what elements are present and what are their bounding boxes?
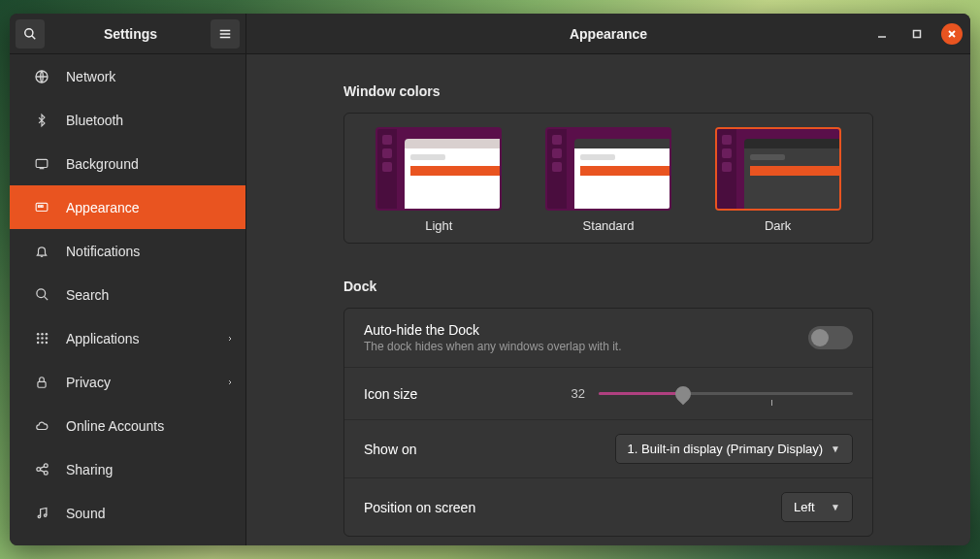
dock-title: Dock <box>343 279 873 294</box>
window-colors-box: Light Standard Dark <box>343 113 873 244</box>
sidebar-item-label: Network <box>66 69 115 84</box>
svg-rect-10 <box>36 159 48 167</box>
close-button[interactable] <box>941 23 963 45</box>
settings-title: Settings <box>50 26 211 42</box>
svg-line-15 <box>44 296 48 300</box>
theme-option-light[interactable]: Light <box>376 127 502 233</box>
sidebar: NetworkBluetoothBackgroundAppearanceNoti… <box>10 54 246 545</box>
background-icon <box>33 155 50 173</box>
sidebar-item-label: Sharing <box>66 462 113 477</box>
sidebar-item-background[interactable]: Background <box>10 142 245 185</box>
position-select[interactable]: Left ▼ <box>781 492 853 522</box>
svg-point-24 <box>45 342 48 345</box>
appearance-icon <box>33 199 50 216</box>
iconsize-slider[interactable] <box>599 384 853 404</box>
applications-icon <box>33 330 50 347</box>
svg-point-17 <box>41 333 44 336</box>
chevron-right-icon <box>226 333 234 345</box>
autohide-switch[interactable] <box>808 326 853 349</box>
theme-thumb-light <box>376 127 502 211</box>
svg-point-31 <box>38 515 41 518</box>
svg-point-20 <box>41 337 44 340</box>
svg-point-14 <box>36 289 45 298</box>
position-label: Position on screen <box>364 500 781 515</box>
sidebar-item-online-accounts[interactable]: Online Accounts <box>10 404 245 447</box>
sidebar-item-applications[interactable]: Applications <box>10 316 245 360</box>
theme-label-dark: Dark <box>765 218 791 233</box>
maximize-button[interactable] <box>906 23 928 45</box>
sidebar-item-notifications[interactable]: Notifications <box>10 229 245 273</box>
maximize-icon <box>912 29 922 39</box>
iconsize-label: Icon size <box>364 386 562 402</box>
svg-line-30 <box>40 470 44 472</box>
theme-label-light: Light <box>425 218 452 233</box>
sidebar-item-sharing[interactable]: Sharing <box>10 447 245 491</box>
svg-rect-12 <box>39 205 41 207</box>
svg-point-28 <box>44 471 48 475</box>
svg-point-16 <box>36 333 39 336</box>
sidebar-item-label: Bluetooth <box>66 113 123 128</box>
close-icon <box>947 29 957 39</box>
svg-point-26 <box>36 468 40 472</box>
search-icon <box>33 286 50 304</box>
svg-point-23 <box>41 342 44 345</box>
iconsize-control: 32 <box>562 384 853 404</box>
sidebar-item-network[interactable]: Network <box>10 54 245 98</box>
chevron-right-icon <box>226 377 234 388</box>
cloud-icon <box>33 417 50 435</box>
sidebar-item-label: Privacy <box>66 375 111 390</box>
svg-rect-6 <box>914 31 921 38</box>
theme-option-dark[interactable]: Dark <box>715 127 841 233</box>
showon-select[interactable]: 1. Built-in display (Primary Display) ▼ <box>615 434 853 464</box>
sidebar-item-bluetooth[interactable]: Bluetooth <box>10 98 245 142</box>
dock-position-row: Position on screen Left ▼ <box>344 478 872 536</box>
sidebar-item-privacy[interactable]: Privacy <box>10 360 245 404</box>
iconsize-value: 32 <box>562 386 585 401</box>
window-controls <box>871 14 963 54</box>
chevron-down-icon: ▼ <box>831 444 840 454</box>
sidebar-item-label: Notifications <box>66 244 140 259</box>
svg-point-0 <box>25 28 33 36</box>
sidebar-item-sound[interactable]: Sound <box>10 491 245 535</box>
titlebar-left: Settings <box>10 14 246 53</box>
privacy-icon <box>33 374 50 391</box>
sidebar-item-label: Applications <box>66 331 140 346</box>
dock-showon-row: Show on 1. Built-in display (Primary Dis… <box>344 420 872 478</box>
search-button[interactable] <box>16 19 45 49</box>
page-title: Appearance <box>246 26 970 42</box>
svg-line-29 <box>40 467 44 469</box>
dock-iconsize-row: Icon size 32 <box>344 368 872 420</box>
showon-value: 1. Built-in display (Primary Display) <box>628 442 824 456</box>
svg-point-19 <box>36 337 39 340</box>
network-icon <box>33 68 50 85</box>
theme-option-standard[interactable]: Standard <box>545 127 671 233</box>
dock-autohide-row: Auto-hide the Dock The dock hides when a… <box>344 309 872 368</box>
sidebar-item-label: Appearance <box>66 200 140 215</box>
svg-rect-25 <box>38 381 46 387</box>
hamburger-icon <box>218 27 232 41</box>
sidebar-item-search[interactable]: Search <box>10 273 245 316</box>
sharing-icon <box>33 461 50 478</box>
minimize-button[interactable] <box>871 23 893 45</box>
svg-point-27 <box>44 464 48 468</box>
theme-label-standard: Standard <box>583 218 635 233</box>
theme-thumb-dark <box>715 127 841 211</box>
position-value: Left <box>794 500 815 514</box>
titlebar: Settings Appearance <box>10 14 970 54</box>
titlebar-right: Appearance <box>246 14 970 53</box>
hamburger-button[interactable] <box>211 19 240 49</box>
svg-point-22 <box>36 342 39 345</box>
search-icon <box>23 27 37 41</box>
bluetooth-icon <box>33 112 50 129</box>
svg-point-18 <box>45 333 48 336</box>
chevron-down-icon: ▼ <box>831 502 840 512</box>
theme-thumb-standard <box>545 127 671 211</box>
minimize-icon <box>877 29 887 39</box>
svg-point-32 <box>44 514 47 517</box>
window-body: NetworkBluetoothBackgroundAppearanceNoti… <box>10 54 970 545</box>
switch-knob <box>811 329 829 346</box>
sidebar-item-label: Sound <box>66 506 105 521</box>
sidebar-item-appearance[interactable]: Appearance <box>10 185 245 229</box>
window-colors-title: Window colors <box>343 83 873 99</box>
dock-box: Auto-hide the Dock The dock hides when a… <box>343 308 873 537</box>
